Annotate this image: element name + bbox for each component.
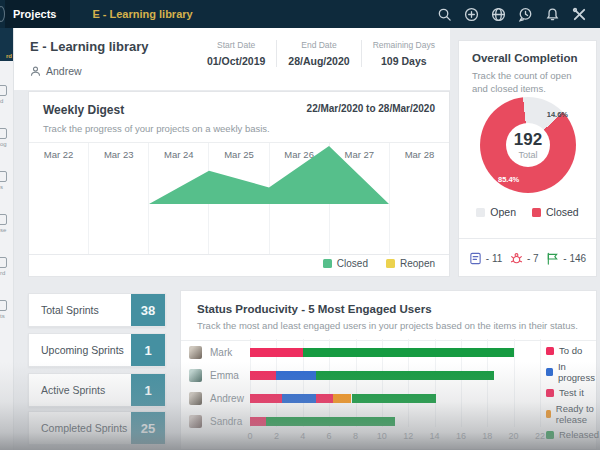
bug-counter[interactable]: - 7	[510, 252, 539, 265]
avatar	[189, 369, 202, 382]
weekly-digest-subtitle: Track the progress of your projects on a…	[29, 117, 449, 134]
weekly-digest-chart: Mar 22Mar 23Mar 24Mar 25Mar 26Mar 27Mar …	[29, 142, 449, 255]
search-icon[interactable]	[437, 7, 452, 22]
sidebar-item-label: og	[0, 141, 13, 147]
x-axis-tick: 14	[429, 431, 439, 441]
stacked-bar[interactable]	[250, 348, 540, 357]
sidebar-item-label: ts	[0, 313, 13, 319]
legend-open-label: Open	[490, 206, 516, 218]
nav-tab-projects[interactable]: Projects	[5, 0, 70, 28]
weekly-chart-column: Mar 22	[29, 143, 88, 254]
total-sprints-label: Total Sprints	[29, 304, 99, 316]
overall-completion-subtitle: Track the count of open and closed items…	[459, 64, 596, 96]
bar-chart-legend: To doIn progressTest itReady to releaseR…	[546, 345, 599, 445]
closed-swatch	[532, 208, 541, 217]
reopen-swatch	[386, 259, 395, 268]
sidebar-item-label: d	[0, 98, 13, 104]
weekly-digest-date-range: 22/Mar/2020 to 28/Mar/2020	[307, 103, 435, 117]
bar-segment-released	[266, 417, 395, 426]
end-date-value: 28/Aug/2020	[288, 55, 349, 67]
avatar	[189, 392, 202, 405]
remaining-days-value: 109 Days	[373, 55, 435, 67]
story-count: - 11	[486, 253, 503, 264]
sidebar-item[interactable]: se	[0, 214, 13, 233]
notifications-icon[interactable]	[545, 7, 560, 22]
weekly-chart-column: Mar 23	[88, 143, 148, 254]
legend-closed[interactable]: Closed	[323, 258, 368, 269]
total-label: Total	[518, 150, 537, 160]
bar-segment-to-do	[250, 417, 266, 426]
legend-to-do[interactable]: To do	[546, 345, 599, 356]
weekly-digest-legend: Closed Reopen	[323, 258, 435, 269]
legend-swatch	[546, 347, 554, 355]
sidebar-item-active[interactable]: rd	[0, 28, 13, 61]
total-count: 192	[514, 131, 542, 148]
start-date-group: Start Date 01/Oct/2019	[196, 40, 276, 67]
recent-activity-icon[interactable]	[518, 7, 533, 22]
user-bar-row: Emma	[189, 368, 589, 382]
setup-icon[interactable]	[572, 7, 587, 22]
sidebar-item-icon	[0, 214, 7, 225]
nav-tab-current-project[interactable]: E - Learning library	[92, 8, 192, 20]
sidebar-item[interactable]: s	[0, 171, 13, 190]
weekly-chart-column: Mar 24	[148, 143, 208, 254]
explore-icon[interactable]	[491, 7, 506, 22]
completed-sprints-value: 25	[131, 412, 165, 444]
stacked-bar[interactable]	[250, 394, 540, 403]
legend-in-progress[interactable]: In progress	[546, 361, 599, 383]
weekly-chart-column: Mar 27	[329, 143, 389, 254]
project-header: E - Learning library Andrew Start Date 0…	[14, 28, 450, 90]
bar-segment-to-do	[250, 348, 303, 357]
x-axis-tick: 10	[377, 431, 387, 441]
upcoming-sprints-card[interactable]: Upcoming Sprints 1	[28, 333, 166, 367]
closed-swatch	[323, 259, 332, 268]
bar-segment-to-do	[250, 394, 282, 403]
weekly-chart-column: Mar 26	[269, 143, 329, 254]
sidebar-item[interactable]: d	[0, 85, 13, 104]
total-sprints-value: 38	[131, 294, 165, 326]
active-sprints-card[interactable]: Active Sprints 1	[28, 373, 166, 407]
person-icon	[30, 66, 41, 77]
project-owner[interactable]: Andrew	[30, 65, 82, 77]
overall-completion-card: Overall Completion Track the count of op…	[458, 40, 597, 277]
sidebar-item-label: se	[0, 227, 13, 233]
completed-sprints-label: Completed Sprints	[29, 422, 127, 434]
bar-segment-released	[316, 371, 494, 380]
remaining-days-group: Remaining Days 109 Days	[361, 40, 446, 67]
stacked-bar[interactable]	[250, 417, 540, 426]
legend-reopen[interactable]: Reopen	[386, 258, 435, 269]
active-sprints-label: Active Sprints	[29, 384, 105, 396]
completed-sprints-card[interactable]: Completed Sprints 25	[28, 411, 166, 445]
open-swatch	[476, 208, 485, 217]
legend-test-it[interactable]: Test it	[546, 387, 599, 398]
legend-swatch	[546, 431, 554, 439]
legend-closed-donut[interactable]: Closed	[532, 206, 579, 218]
flag-counter[interactable]: - 146	[546, 252, 586, 265]
total-sprints-card[interactable]: Total Sprints 38	[28, 293, 166, 327]
user-name: Andrew	[210, 393, 248, 404]
legend-swatch	[546, 389, 554, 397]
story-counter[interactable]: - 11	[469, 252, 503, 265]
sidebar-item[interactable]: ts	[0, 300, 13, 319]
legend-ready-to-release[interactable]: Ready to release	[546, 403, 599, 425]
project-dates: Start Date 01/Oct/2019 End Date 28/Aug/2…	[196, 40, 446, 67]
start-date-value: 01/Oct/2019	[207, 55, 265, 67]
top-bar: Projects E - Learning library	[0, 0, 600, 28]
nav-projects-label: Projects	[13, 8, 56, 20]
x-axis-tick: 0	[247, 431, 252, 441]
x-axis-tick: 4	[300, 431, 305, 441]
legend-open[interactable]: Open	[476, 206, 516, 218]
stacked-bar[interactable]	[250, 371, 540, 380]
x-axis-tick: 2	[274, 431, 279, 441]
add-icon[interactable]	[464, 7, 479, 22]
x-axis-tick: 16	[456, 431, 466, 441]
sidebar-item[interactable]: rd	[0, 257, 13, 276]
donut-center: 192 Total	[506, 123, 550, 167]
sidebar-item[interactable]: og	[0, 128, 13, 147]
avatar	[189, 415, 202, 428]
sidebar-item-icon	[0, 128, 7, 139]
story-icon	[469, 252, 482, 265]
current-project-label: E - Learning library	[92, 8, 192, 20]
legend-released[interactable]: Released	[546, 429, 599, 440]
legend-label: In progress	[558, 361, 599, 383]
